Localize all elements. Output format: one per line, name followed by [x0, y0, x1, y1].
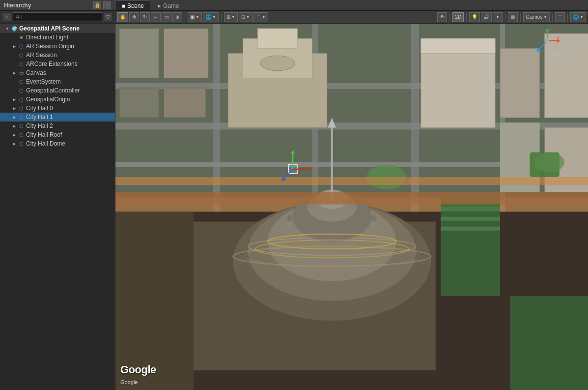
draw-mode-btn[interactable]: ▣ ▼ — [188, 12, 202, 22]
camera-icon-btn[interactable]: 👁 — [437, 12, 447, 22]
expand-arrow[interactable]: ▶ — [11, 115, 18, 120]
rect-tool-btn[interactable]: ▭ — [162, 12, 171, 22]
lighting-btn[interactable]: 💡 — [469, 12, 480, 22]
expand-arrow[interactable]: ▶ — [11, 142, 18, 146]
item-label: City Hall 1 — [26, 114, 53, 120]
svg-rect-50 — [441, 207, 500, 211]
move-tool-btn[interactable]: ✥ — [129, 12, 139, 22]
tree-item-city-hall-1[interactable]: ▶ ⬡ City Hall 1 — [0, 113, 115, 121]
tree-item-city-hall-0[interactable]: ▶ ⬡ City Hall 0 — [0, 104, 115, 113]
tree-item-city-hall-2[interactable]: ▶ ⬡ City Hall 2 — [0, 121, 115, 130]
item-label: ARCore Extensions — [26, 60, 78, 67]
tree-item-eventsystem[interactable]: ▶ ⬡ EventSystem — [0, 77, 115, 86]
hierarchy-more-btn[interactable]: ⋮ — [103, 1, 111, 9]
tree-item-directional-light[interactable]: ▶ ☀ Directional Light — [0, 33, 115, 42]
eye-icon: 👁 — [440, 14, 445, 20]
2d-label: 2D — [455, 14, 461, 20]
svg-rect-54 — [510, 296, 588, 390]
tree-item-ar-session[interactable]: ▶ ⬡ AR Session — [0, 51, 115, 60]
scene-tab-label: Scene — [127, 2, 144, 9]
svg-point-72 — [546, 39, 549, 42]
hand-tool-btn[interactable]: ✋ — [117, 12, 128, 22]
tab-scene[interactable]: ◼ Scene — [115, 0, 150, 10]
object-icon: ⬡ — [18, 87, 25, 94]
rect-icon: ▭ — [165, 14, 169, 20]
shading-icon: ▣ — [190, 14, 195, 20]
scene-view-tabs: ◼ Scene ▶ Game — [115, 0, 588, 11]
expand-arrow[interactable]: ▶ — [11, 106, 18, 111]
toolbar-sep-4 — [466, 13, 467, 22]
hierarchy-search-input[interactable] — [13, 12, 102, 21]
expand-arrow[interactable]: ▶ — [11, 71, 18, 75]
tree-item-canvas[interactable]: ▶ ▭ Canvas — [0, 68, 115, 77]
hidden-icon: ⊠ — [511, 14, 515, 20]
chevron-down-icon: ▼ — [246, 15, 250, 19]
object-icon: ▭ — [18, 69, 25, 76]
tree-item-geospatial-scene[interactable]: ▼ 🌍 Geospatial API Scene — [0, 24, 115, 33]
axis-gizmo-svg: Y X Z — [534, 28, 561, 55]
expand-arrow[interactable]: ▼ — [4, 27, 11, 31]
chevron-down-icon: ▼ — [196, 15, 199, 19]
toolbar-sep-5 — [505, 13, 505, 22]
hierarchy-filter-btn[interactable]: ▽ — [104, 13, 112, 21]
expand-arrow[interactable]: ▶ — [11, 124, 18, 128]
render-mode-btn[interactable]: ⬚ — [555, 12, 565, 22]
object-icon: ⬡ — [18, 78, 25, 85]
svg-rect-13 — [164, 88, 206, 118]
tab-game[interactable]: ▶ Game — [151, 0, 186, 10]
light-icon: 💡 — [472, 14, 477, 20]
svg-rect-11 — [164, 29, 208, 78]
svg-point-17 — [260, 56, 295, 70]
object-icon: ⬡ — [18, 114, 25, 120]
tree-item-city-hall-roof[interactable]: ▶ ⬡ City Hall Roof — [0, 130, 115, 139]
expand-arrow[interactable]: ▶ — [11, 97, 18, 102]
tree-item-arcore-extensions[interactable]: ▶ ⬡ ARCore Extensions — [0, 60, 115, 68]
hierarchy-panel-header: Hierarchy 🔒 ⋮ — [0, 0, 115, 11]
hierarchy-lock-btn[interactable]: 🔒 — [93, 1, 101, 9]
audio-btn[interactable]: 🔊 — [481, 12, 492, 22]
pivot-btn[interactable]: ⊡ ▼ — [239, 12, 252, 22]
svg-line-69 — [538, 41, 547, 50]
svg-rect-12 — [119, 88, 159, 118]
scale-icon: ↔ — [153, 14, 158, 20]
panel-controls: 🔒 ⋮ — [93, 1, 111, 9]
hand-icon: ✋ — [120, 14, 126, 20]
expand-arrow[interactable]: ▶ — [11, 44, 18, 49]
scene-area: ◼ Scene ▶ Game ✋ ✥ ↻ — [115, 0, 588, 390]
transform-tool-btn[interactable]: ⊕ — [172, 12, 182, 22]
google-watermark-large: Google — [120, 363, 156, 376]
move-pivot-btn[interactable]: ⊞ ▼ — [224, 12, 238, 22]
aspect-btn[interactable]: 🌐 ▼ — [570, 12, 586, 22]
tree-item-geospatial-controller[interactable]: ▶ ⬡ GeospatialController — [0, 86, 115, 95]
svg-rect-51 — [441, 217, 500, 221]
2d-btn[interactable]: 2D — [452, 12, 464, 22]
main-viewport[interactable]: Y X Z Persp Goog — [115, 24, 588, 390]
hidden-wireframe-btn[interactable]: ⊠ — [508, 12, 518, 22]
tree-item-ar-session-origin[interactable]: ▶ ⬡ AR Session Origin — [0, 42, 115, 51]
item-label: AR Session — [26, 52, 57, 59]
globe-btn[interactable]: 🌐 ▼ — [203, 12, 219, 22]
object-icon: ⬡ — [18, 105, 25, 112]
chevron-down-icon: ▼ — [262, 15, 266, 19]
add-object-btn[interactable]: + — [3, 13, 11, 21]
audio-icon: 🔊 — [483, 14, 489, 20]
expand-arrow[interactable]: ▶ — [11, 133, 18, 137]
svg-point-44 — [371, 215, 376, 222]
svg-text:Z: Z — [536, 49, 538, 53]
svg-text:Y: Y — [548, 28, 551, 31]
tree-item-city-hall-dome[interactable]: ▶ ⬡ City Hall Dome — [0, 139, 115, 148]
effects-btn[interactable]: ✦ — [493, 12, 503, 22]
hierarchy-search-bar: + ▽ — [0, 11, 115, 23]
gizmos-btn[interactable]: Gizmos ▼ — [523, 12, 550, 22]
toolbar-sep-1 — [185, 13, 185, 22]
svg-rect-19 — [421, 38, 495, 53]
object-icon: ☀ — [18, 34, 25, 41]
grid-snap-btn[interactable]: ⋮ ▼ — [253, 12, 268, 22]
scale-tool-btn[interactable]: ↔ — [151, 12, 161, 22]
hierarchy-tree: ▼ 🌍 Geospatial API Scene ▶ ☀ Directional… — [0, 23, 115, 390]
object-icon: ⬡ — [18, 140, 25, 147]
scene-toolbar: ✋ ✥ ↻ ↔ ▭ ⊕ — [115, 11, 588, 24]
tree-item-geospatial-origin[interactable]: ▶ ⬡ GeospatialOrigin — [0, 95, 115, 104]
globe-icon: 🌐 — [205, 14, 211, 20]
rotate-tool-btn[interactable]: ↻ — [140, 12, 150, 22]
